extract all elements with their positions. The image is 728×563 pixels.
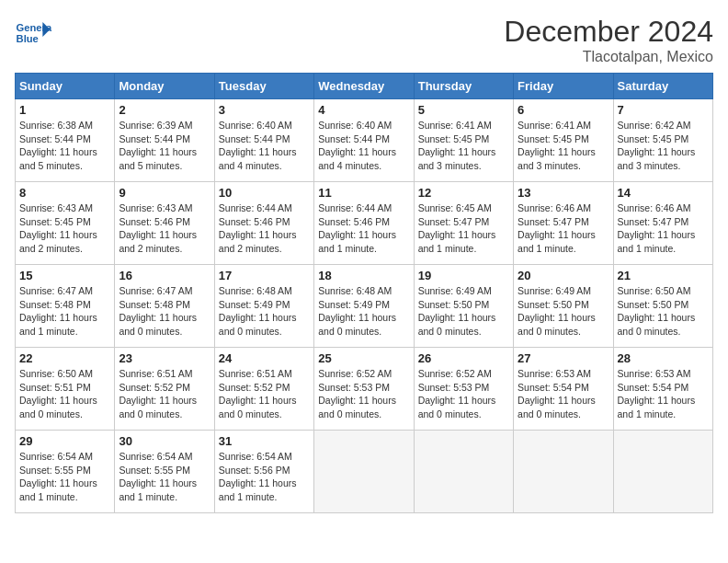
header: General Blue December 2024 Tlacotalpan, …: [15, 15, 713, 65]
day-number: 26: [418, 351, 509, 365]
calendar-cell: 4Sunrise: 6:40 AMSunset: 5:44 PMDaylight…: [314, 99, 414, 182]
calendar-cell: 17Sunrise: 6:48 AMSunset: 5:49 PMDayligh…: [214, 265, 313, 348]
day-number: 20: [518, 269, 609, 282]
calendar-cell: 24Sunrise: 6:51 AMSunset: 5:52 PMDayligh…: [214, 348, 313, 431]
calendar-cell: [314, 431, 414, 513]
day-number: 18: [318, 269, 409, 282]
day-number: 19: [418, 269, 509, 282]
calendar-cell: 18Sunrise: 6:48 AMSunset: 5:49 PMDayligh…: [314, 265, 414, 348]
day-header-monday: Monday: [115, 74, 214, 99]
day-info: Sunrise: 6:46 AMSunset: 5:47 PMDaylight:…: [618, 201, 709, 256]
day-info: Sunrise: 6:52 AMSunset: 5:53 PMDaylight:…: [418, 367, 509, 421]
calendar-cell: 8Sunrise: 6:43 AMSunset: 5:45 PMDaylight…: [16, 182, 115, 265]
calendar-cell: 27Sunrise: 6:53 AMSunset: 5:54 PMDayligh…: [514, 348, 613, 431]
calendar-cell: 21Sunrise: 6:50 AMSunset: 5:50 PMDayligh…: [613, 265, 712, 348]
day-info: Sunrise: 6:49 AMSunset: 5:50 PMDaylight:…: [518, 284, 609, 339]
day-number: 29: [19, 434, 110, 448]
day-info: Sunrise: 6:47 AMSunset: 5:48 PMDaylight:…: [119, 284, 210, 339]
calendar-cell: 16Sunrise: 6:47 AMSunset: 5:48 PMDayligh…: [115, 265, 214, 348]
day-number: 9: [119, 186, 210, 200]
calendar-cell: [514, 431, 613, 513]
calendar-cell: 9Sunrise: 6:43 AMSunset: 5:46 PMDaylight…: [115, 182, 214, 265]
day-header-tuesday: Tuesday: [214, 74, 313, 99]
day-info: Sunrise: 6:51 AMSunset: 5:52 PMDaylight:…: [119, 367, 210, 421]
calendar-week-2: 8Sunrise: 6:43 AMSunset: 5:45 PMDaylight…: [16, 182, 713, 265]
day-info: Sunrise: 6:41 AMSunset: 5:45 PMDaylight:…: [418, 119, 509, 173]
calendar-week-4: 22Sunrise: 6:50 AMSunset: 5:51 PMDayligh…: [16, 348, 713, 431]
day-number: 14: [618, 186, 709, 200]
day-number: 10: [219, 186, 310, 200]
day-info: Sunrise: 6:40 AMSunset: 5:44 PMDaylight:…: [318, 119, 409, 173]
day-number: 24: [219, 351, 310, 365]
calendar-cell: 23Sunrise: 6:51 AMSunset: 5:52 PMDayligh…: [115, 348, 214, 431]
day-info: Sunrise: 6:44 AMSunset: 5:46 PMDaylight:…: [318, 201, 409, 256]
calendar-cell: [414, 431, 513, 513]
day-number: 28: [618, 351, 709, 365]
day-info: Sunrise: 6:51 AMSunset: 5:52 PMDaylight:…: [219, 367, 310, 421]
day-number: 31: [219, 434, 310, 448]
day-number: 12: [418, 186, 509, 200]
day-number: 5: [418, 103, 509, 117]
calendar-cell: 3Sunrise: 6:40 AMSunset: 5:44 PMDaylight…: [214, 99, 313, 182]
day-info: Sunrise: 6:48 AMSunset: 5:49 PMDaylight:…: [318, 284, 409, 339]
calendar-cell: 11Sunrise: 6:44 AMSunset: 5:46 PMDayligh…: [314, 182, 414, 265]
day-info: Sunrise: 6:45 AMSunset: 5:47 PMDaylight:…: [418, 201, 509, 256]
calendar-cell: 31Sunrise: 6:54 AMSunset: 5:56 PMDayligh…: [214, 431, 313, 513]
day-info: Sunrise: 6:39 AMSunset: 5:44 PMDaylight:…: [119, 119, 210, 173]
day-info: Sunrise: 6:43 AMSunset: 5:45 PMDaylight:…: [19, 201, 110, 256]
day-info: Sunrise: 6:44 AMSunset: 5:46 PMDaylight:…: [219, 201, 310, 256]
calendar-cell: 10Sunrise: 6:44 AMSunset: 5:46 PMDayligh…: [214, 182, 313, 265]
day-number: 7: [618, 103, 709, 117]
calendar-cell: 19Sunrise: 6:49 AMSunset: 5:50 PMDayligh…: [414, 265, 513, 348]
day-header-wednesday: Wednesday: [314, 74, 414, 99]
day-info: Sunrise: 6:53 AMSunset: 5:54 PMDaylight:…: [518, 367, 609, 421]
day-info: Sunrise: 6:54 AMSunset: 5:55 PMDaylight:…: [19, 450, 110, 504]
day-number: 27: [518, 351, 609, 365]
day-info: Sunrise: 6:54 AMSunset: 5:55 PMDaylight:…: [119, 450, 210, 504]
day-number: 8: [19, 186, 110, 200]
day-number: 6: [518, 103, 609, 117]
day-header-saturday: Saturday: [613, 74, 712, 99]
logo: General Blue: [15, 15, 55, 52]
day-number: 21: [618, 269, 709, 282]
day-number: 30: [119, 434, 210, 448]
calendar-cell: 13Sunrise: 6:46 AMSunset: 5:47 PMDayligh…: [514, 182, 613, 265]
calendar-cell: 5Sunrise: 6:41 AMSunset: 5:45 PMDaylight…: [414, 99, 513, 182]
day-info: Sunrise: 6:53 AMSunset: 5:54 PMDaylight:…: [618, 367, 709, 421]
day-number: 4: [318, 103, 409, 117]
logo-icon: General Blue: [15, 15, 51, 52]
calendar-header-row: SundayMondayTuesdayWednesdayThursdayFrid…: [16, 74, 713, 99]
calendar-cell: 22Sunrise: 6:50 AMSunset: 5:51 PMDayligh…: [16, 348, 115, 431]
day-info: Sunrise: 6:54 AMSunset: 5:56 PMDaylight:…: [219, 450, 310, 504]
day-info: Sunrise: 6:48 AMSunset: 5:49 PMDaylight:…: [219, 284, 310, 339]
calendar-cell: 6Sunrise: 6:41 AMSunset: 5:45 PMDaylight…: [514, 99, 613, 182]
day-number: 16: [119, 269, 210, 282]
calendar-cell: 15Sunrise: 6:47 AMSunset: 5:48 PMDayligh…: [16, 265, 115, 348]
calendar-cell: 7Sunrise: 6:42 AMSunset: 5:45 PMDaylight…: [613, 99, 712, 182]
day-info: Sunrise: 6:52 AMSunset: 5:53 PMDaylight:…: [318, 367, 409, 421]
day-info: Sunrise: 6:38 AMSunset: 5:44 PMDaylight:…: [19, 119, 110, 173]
calendar-cell: 30Sunrise: 6:54 AMSunset: 5:55 PMDayligh…: [115, 431, 214, 513]
day-number: 25: [318, 351, 409, 365]
day-info: Sunrise: 6:47 AMSunset: 5:48 PMDaylight:…: [19, 284, 110, 339]
calendar-cell: 1Sunrise: 6:38 AMSunset: 5:44 PMDaylight…: [16, 99, 115, 182]
day-number: 11: [318, 186, 409, 200]
day-number: 2: [119, 103, 210, 117]
day-number: 22: [19, 351, 110, 365]
day-number: 13: [518, 186, 609, 200]
day-info: Sunrise: 6:43 AMSunset: 5:46 PMDaylight:…: [119, 201, 210, 256]
day-info: Sunrise: 6:50 AMSunset: 5:50 PMDaylight:…: [618, 284, 709, 339]
calendar-cell: 2Sunrise: 6:39 AMSunset: 5:44 PMDaylight…: [115, 99, 214, 182]
day-info: Sunrise: 6:50 AMSunset: 5:51 PMDaylight:…: [19, 367, 110, 421]
day-number: 17: [219, 269, 310, 282]
day-number: 3: [219, 103, 310, 117]
day-number: 23: [119, 351, 210, 365]
day-info: Sunrise: 6:46 AMSunset: 5:47 PMDaylight:…: [518, 201, 609, 256]
calendar-cell: [613, 431, 712, 513]
calendar-week-3: 15Sunrise: 6:47 AMSunset: 5:48 PMDayligh…: [16, 265, 713, 348]
day-info: Sunrise: 6:42 AMSunset: 5:45 PMDaylight:…: [618, 119, 709, 173]
calendar-cell: 29Sunrise: 6:54 AMSunset: 5:55 PMDayligh…: [16, 431, 115, 513]
day-header-sunday: Sunday: [16, 74, 115, 99]
calendar-cell: 20Sunrise: 6:49 AMSunset: 5:50 PMDayligh…: [514, 265, 613, 348]
calendar-cell: 12Sunrise: 6:45 AMSunset: 5:47 PMDayligh…: [414, 182, 513, 265]
